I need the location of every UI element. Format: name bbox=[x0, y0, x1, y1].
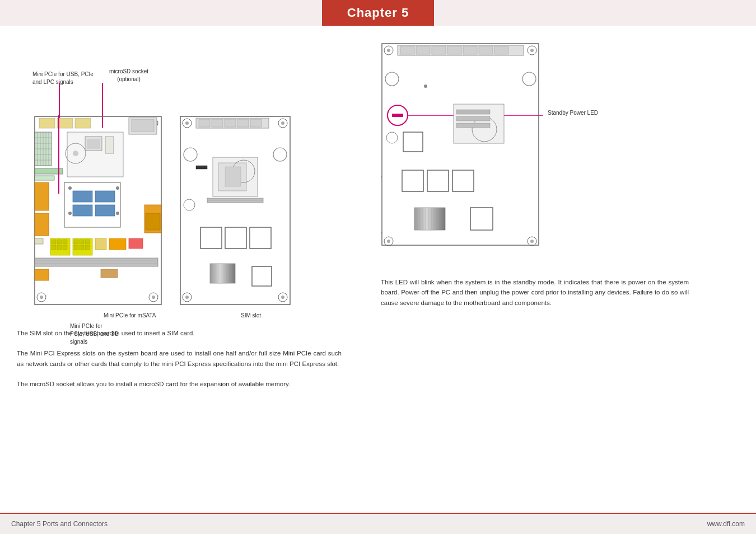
label-standby-power-led: Standby Power LED bbox=[548, 110, 598, 116]
svg-rect-3 bbox=[75, 118, 91, 128]
svg-rect-138 bbox=[456, 123, 490, 128]
micro-sd-desc: The microSD socket allows you to install… bbox=[17, 379, 342, 389]
svg-rect-117 bbox=[416, 46, 430, 54]
svg-rect-154 bbox=[470, 208, 493, 230]
svg-rect-36 bbox=[73, 191, 92, 202]
svg-rect-92 bbox=[200, 227, 222, 249]
header-left-bg bbox=[0, 0, 322, 26]
svg-rect-143 bbox=[414, 208, 445, 230]
svg-point-66 bbox=[152, 296, 155, 299]
svg-rect-122 bbox=[494, 46, 508, 54]
svg-rect-54 bbox=[85, 240, 90, 244]
left-panel: Mini PCIe for USB, PCIeand LPC signals m… bbox=[0, 26, 370, 513]
svg-rect-9 bbox=[132, 119, 154, 132]
svg-rect-38 bbox=[73, 205, 92, 216]
svg-rect-58 bbox=[35, 258, 158, 266]
svg-point-91 bbox=[184, 199, 195, 210]
svg-rect-56 bbox=[80, 245, 84, 250]
svg-rect-46 bbox=[52, 240, 56, 244]
board-diagram-3-container: Standby Power LED bbox=[381, 43, 739, 269]
label-micro-sd: microSD socket(optional) bbox=[109, 68, 148, 83]
board-diagram-2 bbox=[179, 115, 291, 308]
svg-point-125 bbox=[424, 85, 427, 88]
svg-point-112 bbox=[387, 49, 390, 52]
svg-rect-22 bbox=[35, 176, 54, 180]
svg-rect-45 bbox=[129, 238, 143, 249]
svg-rect-116 bbox=[400, 46, 414, 54]
svg-rect-50 bbox=[57, 245, 62, 250]
svg-rect-53 bbox=[80, 240, 84, 244]
svg-point-25 bbox=[73, 151, 78, 156]
label-mini-pcie-3g: Mini PCIe forPCIe, USB, and 3Gsignals bbox=[70, 322, 119, 346]
svg-rect-27 bbox=[87, 139, 100, 149]
svg-rect-1 bbox=[39, 118, 55, 128]
svg-point-107 bbox=[185, 296, 189, 299]
svg-point-34 bbox=[116, 186, 119, 190]
svg-rect-105 bbox=[252, 266, 272, 286]
svg-rect-120 bbox=[463, 46, 477, 54]
svg-rect-68 bbox=[146, 213, 160, 230]
svg-rect-2 bbox=[57, 118, 73, 128]
svg-point-32 bbox=[68, 186, 72, 190]
label-sim-slot: SIM slot bbox=[241, 312, 261, 318]
svg-point-82 bbox=[184, 148, 197, 161]
label-mini-pcie-usb: Mini PCIe for USB, PCIeand LPC signals bbox=[32, 71, 94, 86]
svg-point-33 bbox=[68, 212, 72, 215]
svg-rect-78 bbox=[212, 119, 223, 127]
svg-rect-84 bbox=[196, 166, 207, 169]
svg-rect-94 bbox=[250, 227, 271, 249]
svg-point-124 bbox=[522, 72, 536, 86]
svg-rect-49 bbox=[52, 245, 56, 250]
svg-rect-139 bbox=[402, 170, 423, 191]
svg-rect-127 bbox=[392, 114, 403, 117]
svg-point-64 bbox=[40, 296, 43, 299]
svg-rect-141 bbox=[452, 170, 474, 191]
svg-rect-121 bbox=[479, 46, 493, 54]
svg-point-156 bbox=[387, 240, 390, 243]
board-diagram-1 bbox=[34, 115, 162, 308]
header-right-bg bbox=[434, 0, 756, 26]
svg-rect-37 bbox=[95, 191, 115, 202]
svg-rect-104 bbox=[210, 264, 235, 283]
svg-rect-47 bbox=[57, 240, 62, 244]
svg-rect-40 bbox=[35, 238, 43, 244]
svg-point-109 bbox=[281, 296, 284, 299]
svg-point-73 bbox=[185, 121, 189, 125]
svg-rect-44 bbox=[109, 238, 126, 250]
standby-led-desc: This LED will blink when the system is i… bbox=[381, 277, 689, 308]
svg-point-114 bbox=[530, 49, 534, 52]
header-center: Chapter 5 bbox=[322, 0, 434, 26]
svg-rect-137 bbox=[456, 116, 490, 121]
label-mini-pcie-msata: Mini PCIe for mSATA bbox=[104, 312, 156, 318]
svg-rect-93 bbox=[225, 227, 246, 249]
svg-rect-80 bbox=[237, 119, 249, 127]
svg-point-123 bbox=[385, 72, 399, 86]
svg-point-75 bbox=[281, 121, 284, 125]
descriptions-area: The SIM slot on the system board is used… bbox=[17, 328, 358, 390]
svg-rect-29 bbox=[35, 182, 49, 210]
footer-left-text: Chapter 5 Ports and Connectors bbox=[11, 520, 108, 528]
svg-rect-55 bbox=[74, 245, 78, 250]
svg-rect-39 bbox=[95, 205, 115, 216]
svg-rect-110 bbox=[382, 44, 539, 245]
svg-rect-48 bbox=[63, 240, 67, 244]
svg-rect-79 bbox=[225, 119, 236, 127]
svg-rect-77 bbox=[199, 119, 210, 127]
svg-rect-61 bbox=[35, 269, 49, 280]
svg-rect-118 bbox=[432, 46, 446, 54]
board-diagram-3 bbox=[381, 43, 571, 266]
svg-rect-129 bbox=[403, 132, 423, 152]
main-content: Mini PCIe for USB, PCIeand LPC signals m… bbox=[0, 26, 756, 513]
svg-rect-28 bbox=[105, 137, 114, 153]
page-title: Chapter 5 bbox=[347, 6, 409, 20]
svg-rect-119 bbox=[447, 46, 461, 54]
svg-rect-43 bbox=[95, 238, 106, 250]
svg-rect-52 bbox=[74, 240, 78, 244]
svg-point-83 bbox=[273, 148, 287, 161]
right-panel: Standby Power LED This LED will blink wh… bbox=[370, 26, 756, 513]
svg-rect-81 bbox=[250, 119, 262, 127]
footer: Chapter 5 Ports and Connectors www.dfi.c… bbox=[0, 513, 756, 534]
header: Chapter 5 bbox=[0, 0, 756, 26]
svg-rect-51 bbox=[63, 245, 67, 250]
svg-point-35 bbox=[116, 212, 119, 215]
